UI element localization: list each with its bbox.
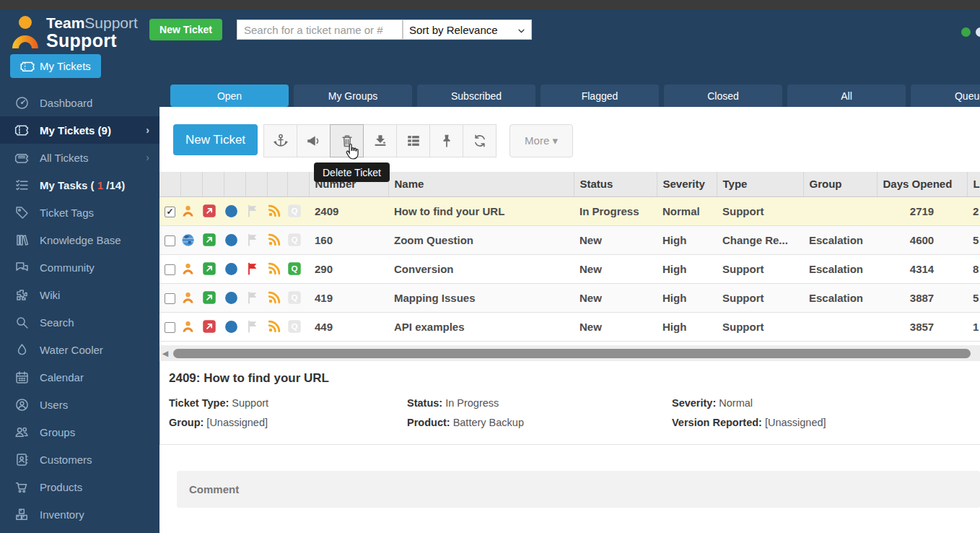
ticket-search-input[interactable] [237,20,403,40]
filter-tab-my-groups[interactable]: My Groups [294,84,412,107]
filter-tab-subscribed[interactable]: Subscribed [417,84,535,107]
cursor-pointer [344,143,361,162]
comment-section-header[interactable]: Comment [177,471,980,508]
sidebar-item-users[interactable]: Users [0,391,159,418]
my-tickets-window-tab[interactable]: My Tickets [10,54,101,78]
ticket-row-160[interactable]: Q160Zoom QuestionNewHighChange Re...Esca… [159,225,980,254]
users-icon [13,425,30,440]
sidebar-item-label: Users [40,399,68,411]
ticket-row-2409[interactable]: ✓Q2409How to find your URLIn ProgressNor… [159,196,980,225]
cell-severity: Normal [657,196,717,225]
sidebar-item-ticket-tags[interactable]: Ticket Tags [0,199,159,226]
cell-group [803,196,877,225]
cell-days-opened: 4314 [877,254,967,283]
sidebar-item-community[interactable]: Community [0,254,159,281]
sort-by-select[interactable]: Sort by Relevance [403,20,531,39]
assignee-person-icon [180,319,202,334]
row-checkbox[interactable] [165,322,175,333]
ticket-detail-title: 2409: How to find your URL [160,361,980,390]
sidebar-item-my-tasks[interactable]: My Tasks ( 1 /14) [0,171,159,199]
assignee-person-icon [180,261,202,277]
column-header-severity[interactable]: Severity [657,172,717,196]
pin-icon [439,133,455,149]
sidebar-item-knowledge-base[interactable]: Knowledge Base [0,226,159,254]
subscribe-rss-icon [267,233,287,247]
cell-type: Support [717,283,803,312]
puzzle-icon [13,287,30,303]
status-dot-icon [224,233,245,248]
sidebar-item-groups[interactable]: Groups [0,418,159,446]
refresh-button[interactable] [463,124,496,157]
checklist-icon [13,178,30,193]
column-header-name[interactable]: Name [388,172,574,196]
sidebar-item-label: Inventory [40,508,84,521]
sidebar-item-calendar[interactable]: Calendar [0,363,159,391]
cell-name: How to find your URL [388,196,574,225]
scrollbar-thumb[interactable] [173,349,971,358]
assignee-person-icon [180,204,202,219]
calendar-icon [13,370,30,385]
ticket-row-419[interactable]: Q419Mapping IssuesNewHighSupportEscalati… [159,283,980,312]
column-header-type[interactable]: Type [717,172,803,196]
sidebar-item-search[interactable]: Search [0,308,159,336]
sidebar-item-water-cooler[interactable]: Water Cooler [0,336,159,363]
download-button[interactable] [363,124,397,157]
scroll-left-arrow[interactable]: ◀ [159,347,171,359]
filter-tab-flagged[interactable]: Flagged [541,84,659,107]
column-header-status[interactable]: Status [574,172,657,196]
row-checkbox[interactable]: ✓ [165,207,175,217]
filter-tab-all[interactable]: All [787,84,906,107]
ticket-row-449[interactable]: Q449API examplesNewHighSupport38571 [159,312,980,341]
row-checkbox[interactable] [165,264,175,275]
new-ticket-button-toolbar[interactable]: New Ticket [173,124,258,155]
user-circle-icon [13,397,30,412]
magnifier-icon [13,315,30,330]
row-checkbox[interactable] [165,293,175,304]
filter-tab-open[interactable]: Open [170,84,289,107]
column-header-days-opened[interactable]: Days Opened [877,172,967,196]
cell-days-opened: 4600 [877,225,967,254]
sidebar-item-all-tickets[interactable]: All Tickets› [0,144,159,171]
queue-icon-gray: Q [287,319,309,334]
cell-number: 419 [309,283,388,312]
filter-tab-queue[interactable]: Queue [911,84,980,107]
ticket-icon [20,61,35,72]
sidebar-item-label: All Tickets [40,152,89,164]
header-icon-col [267,172,287,196]
sidebar-item-wiki[interactable]: Wiki [0,281,159,308]
flag-icon-red [245,261,267,276]
browser-top-strip [0,0,980,9]
sidebar-item-dashboard[interactable]: Dashboard [0,89,159,116]
refresh-icon [472,133,488,149]
megaphone-button[interactable] [297,124,331,157]
column-header-l[interactable]: L [967,172,980,196]
more-button[interactable]: More ▾ [509,124,573,157]
grid-button[interactable] [396,124,430,157]
sidebar-item-products[interactable]: Products [0,473,159,500]
sidebar-item-label: My Tasks ( 1 /14) [40,179,125,191]
cell-number: 160 [309,225,388,254]
chevron-right-icon: › [146,152,149,163]
filter-tab-closed[interactable]: Closed [664,84,782,107]
cell-group: Escalation [803,283,877,312]
ticket-row-290[interactable]: Q290ConversionNewHighSupportEscalation43… [159,254,980,283]
svg-text:Q: Q [291,264,297,273]
cell-status: New [574,225,657,254]
sidebar-item-label: Wiki [40,289,60,301]
column-header-group[interactable]: Group [803,172,877,196]
cell-last-clipped: 2 [967,196,980,225]
sidebar-item-inventory[interactable]: Inventory [0,500,159,528]
sidebar-item-customers[interactable]: Customers [0,446,159,473]
logo-line1: TeamSupport [46,15,138,31]
cell-days-opened: 3887 [877,283,967,312]
anchor-button[interactable] [263,124,297,157]
row-checkbox[interactable] [165,235,175,246]
pin-button[interactable] [429,124,463,157]
sidebar-item-label: Water Cooler [40,344,103,356]
status-dot-icon [224,261,245,277]
sidebar-item-my-tickets[interactable]: My Tickets (9)› [0,116,159,144]
status-dot-green [961,27,971,37]
sla-link-icon-red [202,204,224,218]
new-ticket-button-header[interactable]: New Ticket [149,19,222,40]
detail-field-severity: Severity: Normal [672,397,980,409]
